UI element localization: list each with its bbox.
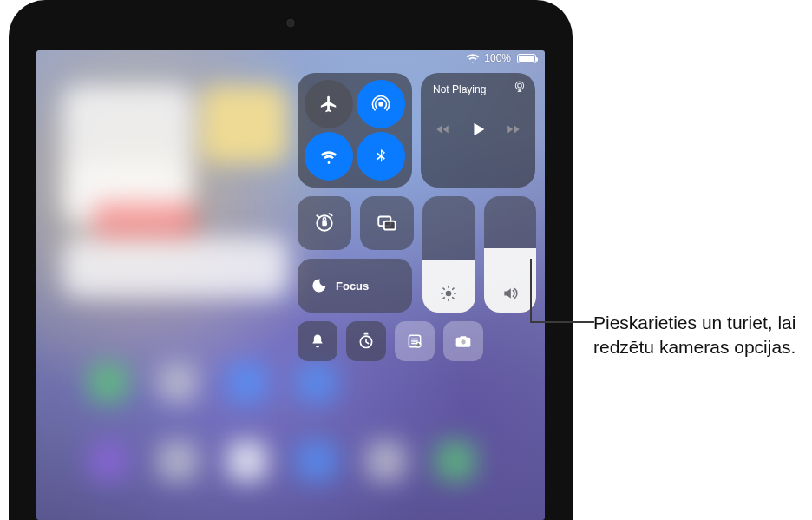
silent-mode-toggle[interactable] [298, 321, 337, 361]
ipad-screen: 100% [36, 50, 545, 520]
next-track-button[interactable] [505, 122, 522, 137]
wifi-icon [466, 53, 480, 63]
svg-point-2 [518, 83, 522, 88]
svg-point-1 [515, 82, 523, 89]
battery-percent: 100% [484, 52, 511, 64]
airdrop-toggle[interactable] [357, 80, 405, 128]
svg-rect-6 [384, 221, 396, 230]
volume-slider[interactable] [484, 196, 537, 313]
volume-icon [501, 285, 519, 302]
status-bar: 100% [466, 52, 536, 64]
timer-button[interactable] [346, 321, 386, 361]
airplay-icon[interactable] [513, 80, 527, 94]
battery-icon [515, 54, 536, 63]
svg-point-11 [461, 339, 465, 344]
camera-button[interactable] [443, 321, 483, 361]
brightness-icon [440, 285, 457, 302]
wifi-toggle[interactable] [304, 132, 353, 181]
media-controls-tile[interactable]: Not Playing [421, 73, 535, 188]
focus-toggle[interactable]: Focus [298, 259, 412, 313]
previous-track-button[interactable] [434, 122, 451, 137]
svg-rect-4 [322, 221, 326, 227]
control-center: Not Playing [298, 73, 536, 361]
connectivity-group[interactable] [298, 73, 412, 188]
play-button[interactable] [468, 120, 488, 139]
ipad-bezel: 100% [9, 0, 573, 520]
annotation-text: Pieskarieties un turiet, lai redzētu kam… [593, 311, 797, 360]
front-camera-dot [287, 19, 295, 27]
bluetooth-toggle[interactable] [357, 132, 405, 181]
quick-note-button[interactable] [395, 321, 435, 361]
svg-point-7 [446, 291, 452, 297]
screen-mirroring-toggle[interactable] [360, 196, 414, 250]
airplane-mode-toggle[interactable] [304, 80, 353, 128]
rotation-lock-toggle[interactable] [298, 196, 351, 250]
focus-label: Focus [336, 280, 369, 293]
svg-point-0 [378, 102, 383, 107]
annotation-leader-line [532, 321, 594, 323]
brightness-slider[interactable] [422, 196, 475, 313]
